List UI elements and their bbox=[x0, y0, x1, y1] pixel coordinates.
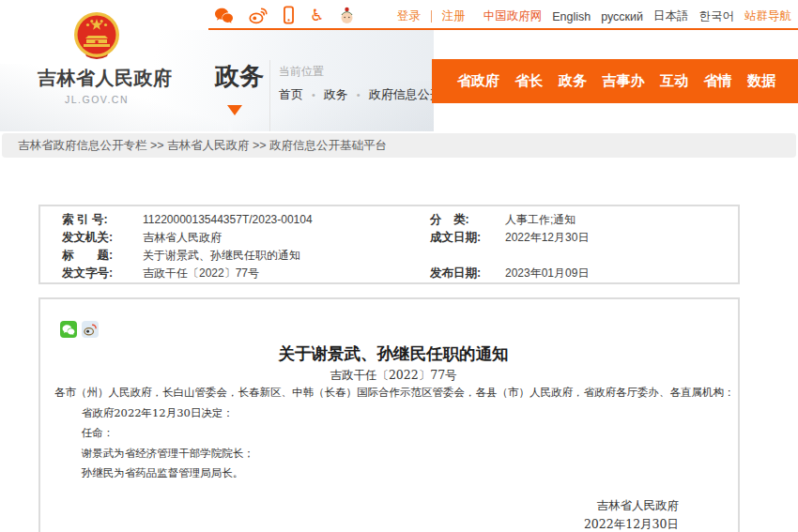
topbar-links: 登录 注册 中国政府网 English русский 日本語 한국어 站群导航 bbox=[397, 8, 791, 24]
site-domain: JL.GOV.CN bbox=[38, 94, 156, 105]
nav-item-interaction[interactable]: 互动 bbox=[660, 72, 688, 90]
share-icons bbox=[60, 321, 732, 338]
paragraph: 省政府2022年12月30日决定： bbox=[54, 403, 732, 424]
main-navigation: 省政府 省长 政务 吉事办 互动 省情 数据 bbox=[432, 59, 798, 103]
crumb-zhengwu[interactable]: 政务 bbox=[324, 86, 348, 103]
meta-docnum-value: 吉政干任〔2022〕77号 bbox=[143, 265, 430, 282]
location-block: 当前位置 首页 • 政务 • 政府信息公开 bbox=[279, 64, 442, 103]
meta-issuer-value: 吉林省人民政府 bbox=[143, 229, 430, 247]
meta-title-label: 标 题: bbox=[62, 247, 143, 265]
nav-item-jishiban[interactable]: 吉事办 bbox=[603, 72, 645, 90]
location-label: 当前位置 bbox=[279, 64, 442, 80]
weibo-icon[interactable] bbox=[249, 7, 268, 24]
section-block: 政务 bbox=[215, 60, 264, 115]
link-site-group-nav[interactable]: 站群导航 bbox=[744, 8, 791, 24]
document-number: 吉政干任〔2022〕77号 bbox=[54, 367, 732, 383]
meta-issuer-label: 发文机关: bbox=[62, 229, 143, 247]
chevron-down-icon bbox=[227, 105, 242, 115]
meta-publish-date-label: 发布日期: bbox=[430, 265, 505, 282]
meta-docnum-label: 发文字号: bbox=[62, 265, 143, 282]
table-row: 发文字号: 吉政干任〔2022〕77号 发布日期: 2023年01月09日 bbox=[62, 265, 738, 282]
nav-item-government-affairs[interactable]: 政务 bbox=[559, 72, 587, 90]
nav-item-province-profile[interactable]: 省情 bbox=[704, 72, 732, 90]
section-title[interactable]: 政务 bbox=[215, 60, 264, 93]
document-content: 关于谢景武、孙继民任职的通知 吉政干任〔2022〕77号 各市（州）人民政府，长… bbox=[38, 297, 740, 532]
breadcrumb-text: 吉林省政府信息公开专栏 >> 吉林省人民政府 >> 政府信息公开基础平台 bbox=[18, 139, 387, 152]
meta-publish-date-value: 2023年01月09日 bbox=[505, 265, 738, 282]
paragraph: 任命： bbox=[54, 423, 732, 444]
signature-block: 吉林省人民政府 2022年12月30日 bbox=[54, 496, 732, 532]
topbar-social-icons: ♿ bbox=[214, 4, 355, 26]
mobile-icon[interactable] bbox=[283, 6, 295, 24]
meta-index-value: 1122000013544357T/2023-00104 bbox=[143, 211, 430, 229]
signature-date: 2022年12月30日 bbox=[54, 515, 679, 532]
jilin-gov-page: ♿ 登录 注册 中国政府网 English русский 日本語 한국어 站群… bbox=[0, 0, 798, 532]
link-english[interactable]: English bbox=[552, 10, 591, 23]
table-row: 发文机关: 吉林省人民政府 成文日期: 2022年12月30日 bbox=[62, 229, 738, 247]
paragraph: 各市（州）人民政府，长白山管委会，长春新区、中韩（长春）国际合作示范区管委会，各… bbox=[54, 383, 732, 403]
wechat-icon[interactable] bbox=[214, 7, 234, 24]
link-china-gov[interactable]: 中国政府网 bbox=[483, 8, 543, 24]
document-meta-table: 索 引 号: 1122000013544357T/2023-00104 分 类:… bbox=[38, 205, 740, 284]
nav-item-governor[interactable]: 省长 bbox=[515, 72, 544, 90]
paragraph: 谢景武为省经济管理干部学院院长； bbox=[54, 444, 732, 464]
meta-title-value: 关于谢景武、孙继民任职的通知 bbox=[143, 247, 430, 265]
register-link[interactable]: 注册 bbox=[442, 8, 466, 24]
signature-name: 吉林省人民政府 bbox=[54, 496, 679, 515]
nav-item-provincial-government[interactable]: 省政府 bbox=[457, 72, 499, 90]
crumb-separator: • bbox=[357, 89, 361, 100]
table-row: 索 引 号: 1122000013544357T/2023-00104 分 类:… bbox=[62, 211, 738, 229]
link-japanese[interactable]: 日本語 bbox=[653, 8, 689, 24]
login-register-divider bbox=[431, 10, 432, 23]
table-row: 标 题: 关于谢景武、孙继民任职的通知 bbox=[62, 247, 738, 265]
meta-category-value: 人事工作;通知 bbox=[505, 211, 738, 229]
location-crumbs: 首页 • 政务 • 政府信息公开 bbox=[279, 86, 442, 103]
crumb-home[interactable]: 首页 bbox=[279, 86, 303, 103]
page-title: 关于谢景武、孙继民任职的通知 bbox=[54, 342, 732, 365]
national-emblem-icon bbox=[73, 11, 120, 63]
accessibility-icon[interactable]: ♿ bbox=[310, 8, 324, 23]
meta-written-date-value: 2022年12月30日 bbox=[505, 229, 738, 247]
login-link[interactable]: 登录 bbox=[397, 8, 421, 24]
crumb-separator: • bbox=[312, 89, 315, 100]
document-body: 各市（州）人民政府，长白山管委会，长春新区、中韩（长春）国际合作示范区管委会，各… bbox=[54, 383, 732, 484]
weibo-share-icon[interactable] bbox=[82, 321, 99, 338]
wechat-share-icon[interactable] bbox=[60, 321, 77, 338]
nav-item-data[interactable]: 数据 bbox=[747, 72, 775, 90]
link-russian[interactable]: русский bbox=[601, 10, 643, 23]
mascot-icon[interactable] bbox=[339, 6, 355, 25]
paragraph: 孙继民为省药品监督管理局局长。 bbox=[54, 464, 732, 484]
meta-written-date-label: 成文日期: bbox=[430, 229, 505, 247]
site-logo[interactable]: 吉林省人民政府 JL.GOV.CN bbox=[38, 11, 156, 105]
header-divider bbox=[269, 60, 270, 131]
meta-category-label: 分 类: bbox=[430, 211, 505, 229]
site-name: 吉林省人民政府 bbox=[38, 66, 156, 91]
link-korean[interactable]: 한국어 bbox=[699, 8, 735, 24]
breadcrumb: 吉林省政府信息公开专栏 >> 吉林省人民政府 >> 政府信息公开基础平台 bbox=[2, 133, 796, 158]
meta-index-label: 索 引 号: bbox=[62, 211, 143, 229]
